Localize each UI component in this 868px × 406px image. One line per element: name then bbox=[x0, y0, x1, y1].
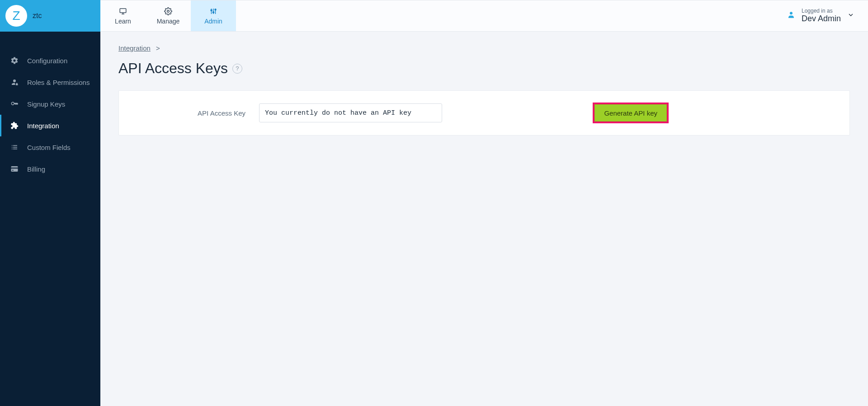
sidebar-item-custom-fields[interactable]: Custom Fields bbox=[0, 136, 100, 158]
tab-label: Learn bbox=[115, 18, 131, 25]
sidebar-item-label: Billing bbox=[27, 165, 45, 173]
sidebar-item-integration[interactable]: Integration bbox=[0, 115, 100, 136]
user-lock-icon bbox=[10, 78, 19, 87]
tab-manage[interactable]: Manage bbox=[146, 0, 191, 31]
brand-block[interactable]: Z ztc bbox=[0, 0, 100, 32]
sidebar-item-signup-keys[interactable]: Signup Keys bbox=[0, 93, 100, 115]
user-icon bbox=[787, 11, 795, 21]
tab-label: Manage bbox=[157, 18, 180, 25]
gear-icon bbox=[10, 56, 19, 65]
generate-api-key-button[interactable]: Generate API key bbox=[594, 104, 667, 121]
sidebar-item-label: Integration bbox=[27, 122, 59, 130]
main-content: Integration > API Access Keys ? API Acce… bbox=[100, 32, 868, 148]
api-key-field-label: API Access Key bbox=[132, 109, 259, 117]
breadcrumb-integration-link[interactable]: Integration bbox=[118, 44, 151, 52]
brand-logo: Z bbox=[5, 5, 27, 27]
user-menu[interactable]: Logged in as Dev Admin bbox=[787, 0, 868, 31]
api-key-input[interactable] bbox=[259, 103, 442, 122]
api-key-card: API Access Key Generate API key bbox=[118, 90, 850, 135]
help-icon[interactable]: ? bbox=[232, 64, 242, 74]
breadcrumb: Integration > bbox=[118, 44, 850, 52]
puzzle-icon bbox=[10, 121, 19, 130]
list-icon bbox=[10, 143, 19, 152]
logged-in-user-name: Dev Admin bbox=[802, 14, 841, 24]
sliders-icon bbox=[209, 7, 217, 16]
svg-point-8 bbox=[213, 12, 214, 13]
svg-point-3 bbox=[167, 10, 170, 13]
chevron-down-icon bbox=[847, 11, 854, 20]
logged-in-as-label: Logged in as bbox=[802, 8, 841, 14]
page-title: API Access Keys bbox=[118, 60, 228, 77]
sidebar-item-label: Signup Keys bbox=[27, 100, 65, 108]
tab-admin[interactable]: Admin bbox=[191, 0, 236, 31]
sidebar-item-label: Custom Fields bbox=[27, 144, 71, 151]
svg-point-9 bbox=[215, 9, 216, 10]
svg-point-7 bbox=[211, 9, 212, 11]
sidebar-item-billing[interactable]: Billing bbox=[0, 158, 100, 180]
breadcrumb-separator: > bbox=[156, 44, 160, 52]
brand-name: ztc bbox=[33, 12, 42, 20]
credit-card-icon bbox=[10, 164, 19, 173]
sidebar-item-configuration[interactable]: Configuration bbox=[0, 50, 100, 71]
sidebar: Configuration Roles & Permissions Signup… bbox=[0, 32, 100, 406]
top-bar: Learn Manage Admin bbox=[100, 0, 868, 32]
svg-point-10 bbox=[790, 12, 793, 14]
svg-rect-0 bbox=[120, 9, 126, 13]
monitor-icon bbox=[119, 7, 127, 16]
settings-icon bbox=[164, 7, 172, 16]
tab-label: Admin bbox=[204, 18, 222, 25]
sidebar-item-label: Roles & Permissions bbox=[27, 79, 90, 86]
tab-learn[interactable]: Learn bbox=[100, 0, 146, 31]
key-icon bbox=[10, 99, 19, 108]
sidebar-item-roles-permissions[interactable]: Roles & Permissions bbox=[0, 71, 100, 93]
generate-button-highlight: Generate API key bbox=[593, 103, 669, 123]
sidebar-item-label: Configuration bbox=[27, 57, 67, 65]
